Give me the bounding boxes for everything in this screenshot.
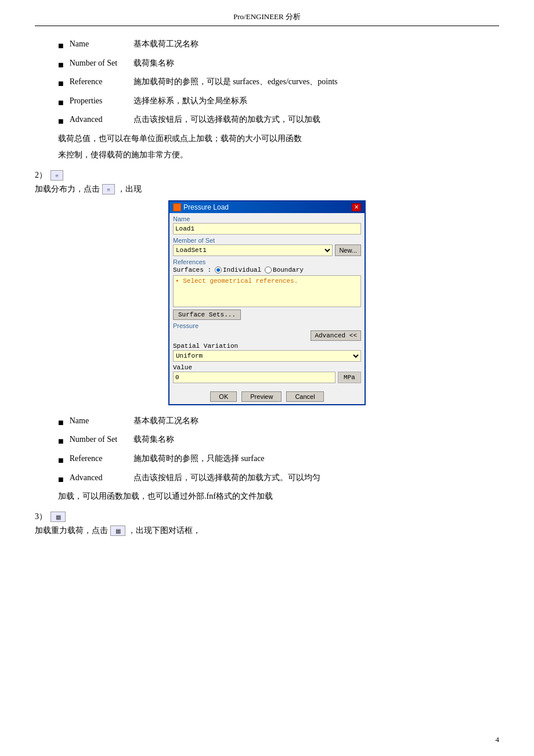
titlebar-left: Pressure Load: [173, 203, 229, 211]
bullet-icon: ■: [58, 472, 64, 487]
dialog-close-button[interactable]: ✕: [352, 203, 361, 211]
bullet-icon: ■: [58, 76, 64, 91]
surface-sets-button[interactable]: Surface Sets...: [173, 309, 241, 320]
step2-intro: 加载分布力，点击 ≡ ，出现: [35, 184, 499, 195]
pressure-label: Pressure: [173, 322, 361, 329]
new-button[interactable]: New...: [335, 244, 361, 256]
section2-continuation: 加载，可以用函数加载，也可以通过外部.fnf格式的文件加载: [58, 490, 499, 503]
individual-radio[interactable]: Individual: [215, 267, 261, 273]
list-item: ■ Advanced 点击该按钮后，可以选择载荷的加载方式。可以均匀: [58, 471, 499, 487]
member-label: Member of Set: [173, 237, 361, 244]
bullet-icon: ■: [58, 114, 64, 129]
cancel-button[interactable]: Cancel: [286, 391, 323, 402]
dialog-titlebar: Pressure Load ✕: [169, 201, 365, 213]
spatial-variation-select[interactable]: Uniform: [173, 350, 361, 362]
page-number: 4: [496, 735, 500, 744]
list-item: ■ Number of Set 载荷集名称: [58, 57, 499, 73]
member-row: LoadSet1 New...: [173, 244, 361, 256]
name-label: Name: [173, 215, 361, 222]
value-label: Value: [173, 364, 361, 371]
surfaces-radio-row: Surfaces : Individual Boundary: [173, 267, 361, 273]
dialog-title: Pressure Load: [183, 203, 229, 211]
spatial-variation-label: Spatial Variation: [173, 343, 361, 350]
unit-display: MPa: [338, 372, 361, 383]
value-row: MPa: [173, 372, 361, 383]
dialog-footer: OK Preview Cancel: [169, 390, 365, 404]
step3-intro: 加载重力载荷，点击 ▦ ，出现下图对话框，: [35, 525, 499, 536]
bullet-icon: ■: [58, 95, 64, 110]
list-item: ■ Name 基本载荷工况名称: [58, 38, 499, 53]
advanced-button[interactable]: Advanced <<: [311, 330, 361, 341]
advanced-continuation-1: 载荷总值，也可以在每单位面积或点上加载；载荷的大小可以用函数: [58, 132, 499, 145]
list-item: ■ Reference 施加载荷时的参照，只能选择 surface: [58, 452, 499, 468]
bullet-icon: ■: [58, 434, 64, 449]
step2-label: 2） ≡: [35, 170, 499, 181]
preview-button[interactable]: Preview: [241, 391, 282, 402]
references-label: References: [173, 258, 361, 265]
ok-button[interactable]: OK: [210, 391, 237, 402]
boundary-radio-dot: [265, 267, 272, 273]
section2-bullet-list: ■ Name 基本载荷工况名称 ■ Number of Set 载荷集名称 ■ …: [58, 415, 499, 487]
list-item: ■ Number of Set 载荷集名称: [58, 433, 499, 449]
step3-label: 3） ▦: [35, 512, 499, 522]
step2-click-icon: ≡: [102, 184, 115, 195]
bullet-icon: ■: [58, 453, 64, 468]
references-box: • Select geometrical references.: [173, 275, 361, 307]
step2-icon: ≡: [50, 170, 63, 181]
member-select[interactable]: LoadSet1: [173, 244, 333, 256]
advanced-btn-row: Advanced <<: [173, 330, 361, 341]
value-input[interactable]: [173, 372, 335, 383]
section1-bullet-list: ■ Name 基本载荷工况名称 ■ Number of Set 载荷集名称 ■ …: [58, 38, 499, 129]
step3-click-icon: ▦: [110, 525, 125, 536]
bullet-icon: ■: [58, 38, 64, 53]
list-item: ■ Reference 施加载荷时的参照，可以是 surfaces、edges/…: [58, 75, 499, 91]
pressure-load-dialog: Pressure Load ✕ Name Member of Set LoadS…: [168, 200, 366, 405]
name-input[interactable]: [173, 223, 361, 235]
page-header: Pro/ENGINEER 分析: [35, 12, 499, 26]
dialog-title-icon: [173, 203, 181, 211]
bullet-icon: ■: [58, 57, 64, 73]
boundary-radio[interactable]: Boundary: [265, 267, 304, 273]
advanced-continuation-2: 来控制，使得载荷的施加非常方便。: [58, 149, 499, 161]
bullet-icon: ■: [58, 415, 64, 430]
list-item: ■ Advanced 点击该按钮后，可以选择载荷的加载方式，可以加载: [58, 113, 499, 129]
list-item: ■ Name 基本载荷工况名称: [58, 415, 499, 430]
ref-hint: • Select geometrical references.: [175, 278, 298, 285]
dialog-container: Pressure Load ✕ Name Member of Set LoadS…: [35, 200, 499, 405]
dialog-body: Name Member of Set LoadSet1 New... Refer…: [169, 213, 365, 390]
list-item: ■ Properties 选择坐标系，默认为全局坐标系: [58, 95, 499, 110]
individual-radio-dot: [215, 267, 222, 273]
step3-icon: ▦: [50, 512, 66, 522]
